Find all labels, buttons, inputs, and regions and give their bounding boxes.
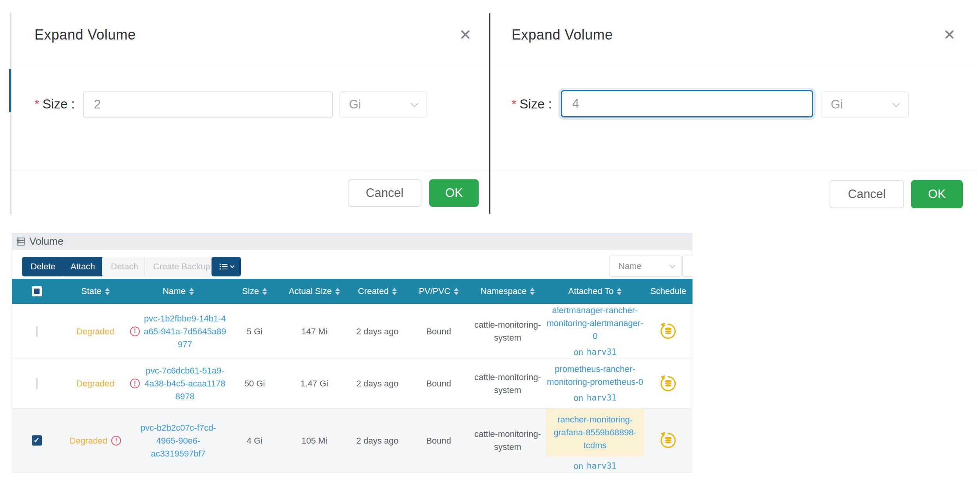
sort-icon[interactable] (262, 288, 267, 295)
delete-button[interactable]: Delete (22, 257, 64, 276)
row-checkbox[interactable] (36, 326, 38, 337)
column-label: Name (163, 286, 186, 296)
size-input-focused[interactable] (561, 90, 813, 117)
size-field-row: * Size : (34, 90, 75, 118)
dialog-footer-divider (492, 170, 978, 170)
column-label: Actual Size (289, 286, 332, 296)
state-badge: Degraded (76, 327, 114, 336)
search-input[interactable] (682, 256, 693, 277)
column-header-name[interactable]: Name (129, 286, 227, 296)
sort-icon[interactable] (617, 288, 622, 295)
volume-name-link[interactable]: pvc-7c6dcb61-51a9-4a38-b4c5-acaa11788978 (143, 364, 226, 403)
namespace-value: cattle-monitoring-system (474, 372, 541, 395)
column-label: State (81, 286, 101, 296)
pv-pvc-status: Bound (408, 434, 469, 447)
volume-name-link[interactable]: pvc-b2b2c07c-f7cd-4965-90e6-ac3319597bf7 (130, 421, 227, 460)
namespace-value: cattle-monitoring-system (474, 320, 541, 343)
created-value: 2 days ago (347, 325, 408, 338)
column-label: Attached To (568, 286, 614, 296)
table-row: Degraded ! pvc-1b2fbbe9-14b1-4a65-941a-7… (12, 304, 693, 359)
unit-selected-value: Gi (349, 97, 361, 112)
column-header-attached-to[interactable]: Attached To (546, 286, 644, 296)
attached-workload-link[interactable]: prometheus-rancher-monitoring-prometheus… (546, 363, 644, 388)
dialog-title: Expand Volume (512, 27, 613, 43)
column-header-namespace[interactable]: Namespace (469, 286, 546, 296)
attach-button[interactable]: Attach (62, 257, 103, 276)
pv-pvc-status: Bound (408, 377, 469, 390)
created-value: 2 days ago (347, 434, 408, 447)
host-link[interactable]: harv31 (587, 346, 617, 359)
required-asterisk: * (34, 97, 39, 112)
column-label: PV/PVC (419, 286, 450, 296)
sort-icon[interactable] (454, 288, 459, 295)
size-value: 4 Gi (227, 434, 282, 447)
recurring-backup-schedule-icon (659, 431, 677, 449)
table-row-selected: ✓ Degraded ! pvc-b2b2c07c-f7cd-4965-90e6… (12, 408, 693, 473)
cancel-button[interactable]: Cancel (830, 180, 904, 208)
dialog-header-divider (492, 63, 978, 63)
host-link[interactable]: harv31 (587, 392, 617, 404)
state-badge: Degraded (76, 379, 114, 388)
pv-pvc-status: Bound (408, 325, 469, 338)
column-header-actual-size[interactable]: Actual Size (282, 286, 347, 296)
cancel-button[interactable]: Cancel (348, 179, 421, 207)
column-header-state[interactable]: State (61, 286, 129, 296)
sort-icon[interactable] (189, 288, 194, 295)
close-icon[interactable]: ✕ (459, 27, 472, 42)
size-value: 5 Gi (227, 325, 282, 338)
sort-icon[interactable] (392, 288, 397, 295)
column-label: Size (242, 286, 259, 296)
ok-button[interactable]: OK (911, 180, 963, 208)
screenshot-canvas: Expand Volume ✕ * Size : Gi Cancel OK Ex… (0, 0, 980, 480)
column-header-schedule: Schedule (644, 286, 693, 296)
column-header-pv-pvc[interactable]: PV/PVC (408, 286, 469, 296)
attached-workload-link[interactable]: alertmanager-rancher-monitoring-alertman… (546, 304, 644, 343)
list-icon (219, 262, 229, 271)
row-checkbox[interactable] (36, 378, 38, 389)
size-label: Size : (519, 97, 552, 112)
table-row: Degraded ! pvc-7c6dcb61-51a9-4a38-b4c5-a… (12, 359, 693, 408)
table-bottom-rule (12, 473, 693, 473)
table-body: Degraded ! pvc-1b2fbbe9-14b1-4a65-941a-7… (12, 304, 693, 473)
host-link[interactable]: harv31 (587, 460, 617, 473)
select-all-checkbox[interactable] (12, 286, 61, 296)
column-header-size[interactable]: Size (227, 286, 282, 296)
required-asterisk: * (512, 97, 516, 112)
column-label: Schedule (650, 286, 686, 296)
size-field-row: * Size : (512, 90, 552, 118)
unit-selected-value: Gi (831, 97, 843, 112)
section-title: Volume (29, 235, 63, 247)
unit-select[interactable]: Gi (339, 91, 427, 118)
volume-name-link[interactable]: pvc-1b2fbbe9-14b1-4a65-941a-7d5645a89977 (143, 312, 226, 351)
actual-size-value: 147 Mi (282, 325, 347, 338)
recurring-backup-schedule-icon (659, 322, 677, 340)
actual-size-value: 1.47 Gi (282, 377, 347, 390)
size-input[interactable] (83, 91, 333, 118)
on-label: on (573, 460, 583, 473)
on-label: on (573, 392, 583, 404)
column-header-created[interactable]: Created (347, 286, 408, 296)
chevron-down-icon (892, 99, 900, 107)
sort-icon[interactable] (530, 288, 535, 295)
filter-field-select[interactable]: Name (609, 256, 682, 277)
size-value: 50 Gi (227, 377, 282, 390)
attached-workload-link-highlighted[interactable]: rancher-monitoring-grafana-8559b68898-tc… (546, 408, 644, 457)
sort-icon[interactable] (335, 288, 340, 295)
bulk-actions-dropdown-button[interactable] (212, 257, 241, 276)
unit-select[interactable]: Gi (821, 91, 909, 118)
sort-icon[interactable] (105, 288, 110, 295)
close-icon[interactable]: ✕ (943, 27, 956, 42)
warning-icon: ! (111, 436, 121, 446)
row-checkbox-checked[interactable]: ✓ (32, 435, 42, 446)
ok-button[interactable]: OK (429, 179, 479, 207)
checkbox-indeterminate[interactable] (32, 286, 42, 296)
filter-selected-value: Name (618, 261, 642, 271)
background-sliver (9, 69, 11, 112)
detach-button[interactable]: Detach (102, 257, 147, 276)
chevron-down-icon (410, 99, 418, 107)
create-backup-button[interactable]: Create Backup (144, 257, 219, 276)
warning-icon: ! (130, 379, 140, 388)
created-value: 2 days ago (347, 377, 408, 390)
dialog-header-divider (11, 63, 489, 63)
size-label: Size : (42, 97, 75, 112)
